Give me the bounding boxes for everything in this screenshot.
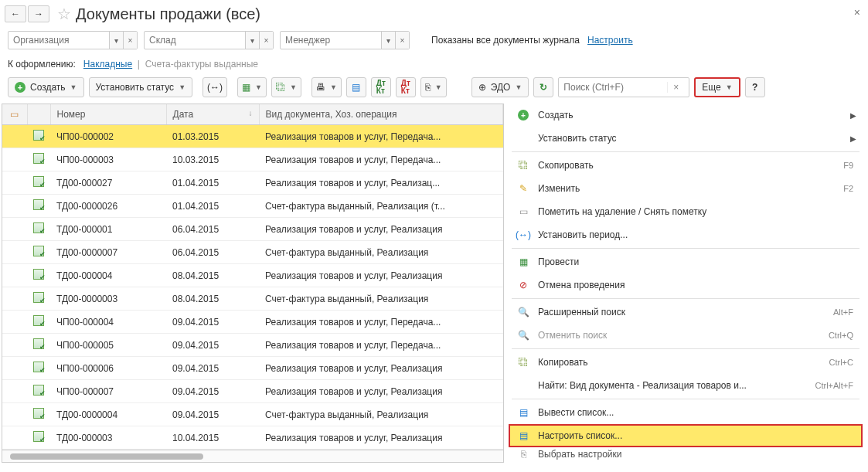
menu-item[interactable]: ⿻СкопироватьF9: [509, 154, 863, 177]
org-filter[interactable]: ▾ ×: [8, 31, 138, 49]
cell-type: Реализация товаров и услуг, Передача...: [259, 311, 503, 334]
table-row[interactable]: ЧП00-00000709.04.2015Реализация товаров …: [2, 380, 503, 403]
table-row[interactable]: ЧП00-00000509.04.2015Реализация товаров …: [2, 334, 503, 357]
table-row[interactable]: ЧП00-00000310.03.2015Реализация товаров …: [2, 148, 503, 171]
nav-back-button[interactable]: ←: [5, 5, 26, 22]
search-input[interactable]: [559, 82, 667, 93]
table-row[interactable]: ТД00-00002701.04.2015Реализация товаров …: [2, 171, 503, 195]
cancel-search-icon: 🔍: [516, 330, 530, 341]
dropdown-icon[interactable]: ▾: [381, 32, 395, 49]
print-button[interactable]: 🖶▼: [311, 77, 342, 97]
create-button[interactable]: + Создать ▼: [8, 77, 84, 97]
table-row[interactable]: ТД00-000000409.04.2015Счет-фактура выдан…: [2, 403, 503, 426]
globe-icon: ⊕: [478, 82, 486, 93]
table-row[interactable]: ТД00-00000106.04.2015Реализация товаров …: [2, 218, 503, 241]
menu-item[interactable]: Найти: Вид документа - Реализация товаро…: [509, 374, 863, 397]
period-button[interactable]: (↔): [203, 77, 227, 97]
printer-icon: 🖶: [316, 82, 325, 93]
cell-date: 01.04.2015: [166, 195, 259, 218]
documents-table: ▭ Номер Дата↓ Вид документа, Хоз. операц…: [2, 104, 504, 463]
configure-link[interactable]: Настроить: [587, 35, 633, 46]
menu-item-label: Отмена проведения: [538, 280, 625, 290]
clear-search-icon[interactable]: ×: [667, 82, 684, 93]
dropdown-icon[interactable]: ▾: [245, 32, 259, 49]
icon-col-header[interactable]: [27, 104, 50, 125]
submenu-arrow-icon: ▶: [850, 111, 856, 120]
clear-icon[interactable]: ×: [123, 32, 137, 49]
cell-number: ЧП00-000006: [50, 357, 166, 380]
cell-type: Реализация товаров и услуг, Реализац...: [259, 171, 503, 195]
sklad-input[interactable]: [145, 32, 245, 49]
table-row[interactable]: ТД00-000002601.04.2015Счет-фактура выдан…: [2, 195, 503, 218]
menu-item[interactable]: (↔)Установить период...: [509, 223, 863, 246]
doc-status-icon: [33, 130, 44, 141]
nakladnye-link[interactable]: Накладные: [83, 59, 132, 70]
dtkt-green-button[interactable]: Дт Кт: [371, 77, 391, 97]
table-row[interactable]: ТД00-000000308.04.2015Счет-фактура выдан…: [2, 287, 503, 311]
menu-item[interactable]: 🔍Расширенный поискAlt+F: [509, 301, 863, 324]
cell-type: Реализация товаров и услуг, Передача...: [259, 148, 503, 171]
menu-item-label: Скопировать: [538, 160, 594, 171]
cell-type: Реализация товаров и услуг, Реализация: [259, 380, 503, 403]
dropdown-icon[interactable]: ▾: [109, 32, 123, 49]
table-row[interactable]: ТД00-00000408.04.2015Реализация товаров …: [2, 264, 503, 287]
refresh-button[interactable]: ↻: [533, 77, 553, 97]
cell-date: 01.03.2015: [166, 125, 259, 148]
status-col-header[interactable]: ▭: [2, 104, 27, 125]
table-row[interactable]: ТД00-000000706.04.2015Счет-фактура выдан…: [2, 241, 503, 264]
nav-forward-button[interactable]: →: [28, 5, 49, 22]
dtkt-red-button[interactable]: Дт Кт: [396, 77, 416, 97]
menu-separator: [512, 298, 859, 299]
cell-date: 09.04.2015: [166, 357, 259, 380]
favorite-star-icon[interactable]: ☆: [57, 5, 71, 23]
reports-button[interactable]: ▤: [346, 77, 366, 97]
menu-item[interactable]: +Создать▶: [509, 104, 863, 127]
search-box[interactable]: ×: [558, 77, 689, 97]
menu-item[interactable]: ⊘Отмена проведения: [509, 273, 863, 297]
horizontal-scrollbar[interactable]: [2, 450, 503, 462]
edo-button[interactable]: ⊕ ЭДО ▼: [471, 77, 529, 97]
doc-status-icon: [33, 292, 44, 303]
copy-button[interactable]: ⿻▼: [271, 77, 301, 97]
menu-item[interactable]: Установить статус▶: [509, 127, 863, 150]
date-col-header[interactable]: Дата↓: [166, 104, 259, 125]
menu-item[interactable]: ▭Пометить на удаление / Снять пометку: [509, 200, 863, 223]
config-icon: ▤: [516, 430, 530, 441]
fill-button[interactable]: ▦▼: [237, 77, 267, 97]
manager-filter[interactable]: ▾ ×: [280, 31, 410, 49]
sklad-filter[interactable]: ▾ ×: [144, 31, 274, 49]
set-status-button[interactable]: Установить статус ▼: [89, 77, 193, 97]
related-button[interactable]: ⎘▼: [420, 77, 447, 97]
table-row[interactable]: ЧП00-00000409.04.2015Реализация товаров …: [2, 311, 503, 334]
menu-item[interactable]: ▤Настроить список...: [509, 424, 863, 447]
type-col-header[interactable]: Вид документа, Хоз. операция: [259, 104, 503, 125]
menu-item[interactable]: ⿻КопироватьCtrl+C: [509, 351, 863, 374]
menu-item-label: Настроить список...: [538, 430, 622, 441]
manager-input[interactable]: [281, 32, 381, 49]
help-button[interactable]: ?: [745, 77, 765, 97]
table-row[interactable]: ЧП00-00000201.03.2015Реализация товаров …: [2, 125, 503, 148]
clear-icon[interactable]: ×: [395, 32, 409, 49]
menu-item[interactable]: ▤Вывести список...: [509, 401, 863, 424]
number-col-header[interactable]: Номер: [50, 104, 166, 125]
org-input[interactable]: [9, 32, 109, 49]
menu-item-label: Вывести список...: [538, 407, 614, 418]
clear-icon[interactable]: ×: [259, 32, 273, 49]
invoices-link[interactable]: Счета-фактуры выданные: [145, 59, 258, 70]
link-icon: ⎘: [425, 82, 431, 93]
menu-item[interactable]: ✎ИзменитьF2: [509, 177, 863, 200]
table-row[interactable]: ЧП00-00000609.04.2015Реализация товаров …: [2, 357, 503, 380]
pick-icon: ⎘: [516, 449, 530, 460]
post-icon: ▦: [516, 256, 530, 267]
journal-info-text: Показаны все документы журнала Настроить: [431, 35, 633, 46]
menu-separator: [512, 399, 859, 399]
table-row[interactable]: ТД00-00000310.04.2015Реализация товаров …: [2, 426, 503, 450]
cell-type: Реализация товаров и услуг, Реализация: [259, 357, 503, 380]
close-button[interactable]: ×: [854, 6, 860, 19]
menu-item[interactable]: 🔍Отменить поискCtrl+Q: [509, 324, 863, 347]
menu-item[interactable]: ⎘Выбрать настройки: [509, 447, 863, 461]
menu-item[interactable]: ▦Провести: [509, 250, 863, 273]
cell-number: ТД00-000003: [50, 426, 166, 450]
more-button[interactable]: Еще ▼: [694, 77, 740, 97]
doc-status-icon: [33, 385, 44, 396]
